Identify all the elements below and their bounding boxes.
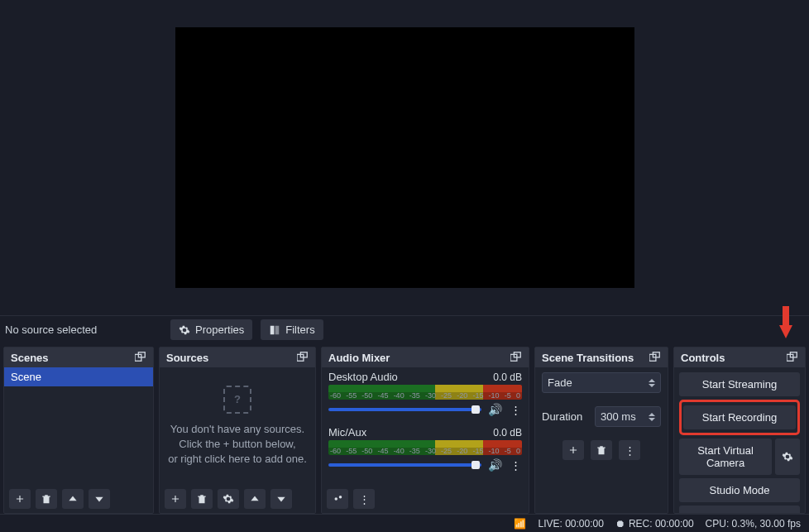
sources-empty-l1: You don't have any sources.	[170, 422, 304, 437]
annotation-arrow-head	[779, 325, 792, 338]
sources-empty-l2: Click the + button below,	[179, 437, 295, 452]
start-virtual-camera-button[interactable]: Start Virtual Camera	[679, 439, 772, 475]
controls-body: Start Streaming Start Recording Start Vi…	[674, 367, 805, 513]
dock-mixer-head[interactable]: Audio Mixer	[322, 347, 529, 367]
settings-button[interactable]: Settings	[679, 506, 800, 513]
docks-row: Scenes Scene Sources ? You don't have an…	[0, 343, 809, 514]
chevron-updown-icon	[649, 413, 655, 421]
duration-value: 300 ms	[601, 410, 636, 423]
dock-transitions: Scene Transitions Fade Duration 300 ms ⋮	[534, 347, 668, 514]
start-streaming-button[interactable]: Start Streaming	[679, 372, 800, 396]
mixer-footer: ⋮	[322, 485, 529, 513]
status-cpu: CPU: 0.3%, 30.00 fps	[706, 518, 801, 530]
preview-area	[0, 0, 809, 315]
dock-transitions-title: Scene Transitions	[542, 352, 634, 364]
source-down-button[interactable]	[270, 489, 292, 509]
start-recording-button[interactable]: Start Recording	[683, 405, 796, 429]
mixer-channel-name: Mic/Aux	[328, 426, 366, 439]
dock-controls-title: Controls	[681, 352, 725, 364]
status-rec: ⏺REC: 00:00:00	[615, 518, 694, 530]
mixer-channel: Desktop Audio 0.0 dB -60-55-50-45-40-35-…	[328, 371, 522, 416]
source-toolbar: No source selected Properties Filters	[0, 315, 809, 343]
scene-item[interactable]: Scene	[4, 367, 153, 386]
gear-icon	[179, 324, 190, 336]
filters-icon	[269, 324, 280, 336]
scenes-footer	[4, 485, 153, 513]
source-add-button[interactable]	[165, 489, 186, 509]
mixer-volume-slider[interactable]	[328, 463, 481, 467]
dock-scenes-title: Scenes	[11, 352, 49, 364]
transition-menu-button[interactable]: ⋮	[619, 440, 640, 460]
record-icon: ⏺	[615, 518, 625, 530]
dock-sources-head[interactable]: Sources	[160, 347, 315, 367]
scenes-list[interactable]: Scene	[4, 367, 153, 485]
popout-icon[interactable]	[649, 352, 661, 364]
mixer-body: Desktop Audio 0.0 dB -60-55-50-45-40-35-…	[322, 367, 529, 485]
mixer-meter: -60-55-50-45-40-35-30-25-20-15-10-50	[328, 440, 522, 455]
transition-add-button[interactable]	[562, 440, 584, 460]
scene-up-button[interactable]	[62, 489, 84, 509]
dock-sources: Sources ? You don't have any sources. Cl…	[159, 347, 316, 514]
sources-footer	[160, 485, 315, 513]
properties-label: Properties	[195, 324, 244, 336]
status-live: LIVE: 00:00:00	[538, 518, 603, 530]
studio-mode-button[interactable]: Studio Mode	[679, 478, 800, 502]
speaker-icon[interactable]: 🔊	[488, 458, 502, 472]
filters-label: Filters	[285, 324, 314, 336]
duration-label: Duration	[542, 410, 590, 423]
preview-canvas[interactable]	[175, 27, 634, 288]
mixer-volume-slider[interactable]	[328, 408, 481, 411]
signal-icon: 📶	[514, 518, 526, 530]
dock-sources-title: Sources	[166, 352, 208, 364]
transition-selected: Fade	[548, 376, 572, 389]
virtual-camera-settings-button[interactable]	[775, 439, 800, 475]
popout-icon[interactable]	[135, 352, 146, 364]
filters-button[interactable]: Filters	[261, 319, 323, 340]
sources-empty[interactable]: ? You don't have any sources. Click the …	[160, 367, 315, 485]
transition-delete-button[interactable]	[591, 440, 612, 460]
dock-mixer-title: Audio Mixer	[328, 352, 390, 364]
dock-scenes-head[interactable]: Scenes	[4, 347, 153, 367]
scene-down-button[interactable]	[89, 489, 110, 509]
status-bar: 📶 LIVE: 00:00:00 ⏺REC: 00:00:00 CPU: 0.3…	[0, 514, 809, 532]
popout-icon[interactable]	[510, 352, 522, 364]
scene-delete-button[interactable]	[36, 489, 57, 509]
dock-transitions-head[interactable]: Scene Transitions	[535, 347, 668, 367]
mixer-channel-menu[interactable]: ⋮	[509, 404, 522, 416]
chevron-updown-icon	[649, 379, 655, 387]
transitions-body: Fade Duration 300 ms ⋮	[535, 367, 668, 513]
transition-select[interactable]: Fade	[542, 372, 661, 393]
status-network: 📶	[514, 518, 526, 530]
source-delete-button[interactable]	[191, 489, 213, 509]
no-source-label: No source selected	[5, 324, 162, 336]
source-up-button[interactable]	[244, 489, 266, 509]
properties-button[interactable]: Properties	[170, 319, 252, 340]
dock-mixer: Audio Mixer Desktop Audio 0.0 dB -60-55-…	[321, 347, 529, 514]
mixer-channel-db: 0.0 dB	[493, 427, 522, 439]
svg-rect-0	[270, 325, 275, 334]
dock-controls: Controls Start Streaming Start Recording…	[673, 347, 806, 514]
mixer-channel-menu[interactable]: ⋮	[509, 459, 522, 472]
mixer-ticks: -60-55-50-45-40-35-30-25-20-15-10-50	[328, 385, 522, 400]
mixer-advanced-button[interactable]	[327, 489, 348, 509]
mixer-meter: -60-55-50-45-40-35-30-25-20-15-10-50	[328, 385, 522, 400]
mixer-channel-name: Desktop Audio	[328, 371, 398, 383]
dock-scenes: Scenes Scene	[3, 347, 154, 514]
dock-controls-head[interactable]: Controls	[674, 347, 805, 367]
mixer-channel-db: 0.0 dB	[493, 371, 522, 383]
svg-rect-1	[275, 325, 280, 334]
duration-spinner[interactable]: 300 ms	[595, 406, 661, 427]
sources-empty-l3: or right click here to add one.	[168, 452, 307, 467]
question-icon: ?	[223, 386, 251, 414]
mixer-ticks: -60-55-50-45-40-35-30-25-20-15-10-50	[328, 440, 522, 455]
scene-add-button[interactable]	[9, 489, 31, 509]
popout-icon[interactable]	[297, 352, 309, 364]
source-settings-button[interactable]	[218, 489, 239, 509]
mixer-menu-button[interactable]: ⋮	[353, 489, 375, 509]
speaker-icon[interactable]: 🔊	[488, 403, 502, 416]
annotation-highlight: Start Recording	[679, 400, 800, 435]
mixer-channel: Mic/Aux 0.0 dB -60-55-50-45-40-35-30-25-…	[328, 426, 522, 472]
popout-icon[interactable]	[787, 352, 798, 364]
